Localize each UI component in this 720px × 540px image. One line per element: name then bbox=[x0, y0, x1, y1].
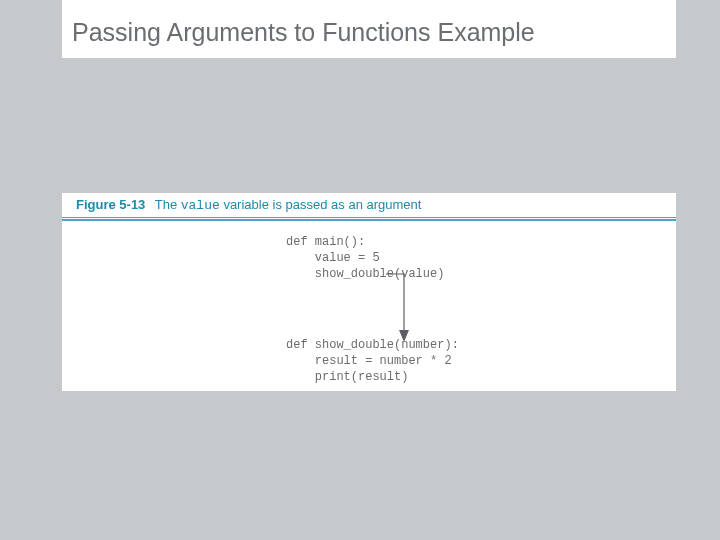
code-main: def main(): value = 5 show_double(value) bbox=[286, 234, 444, 283]
figure-caption-prefix: The bbox=[155, 197, 181, 212]
slide-title: Passing Arguments to Functions Example bbox=[72, 18, 535, 47]
code-show-double: def show_double(number): result = number… bbox=[286, 337, 459, 386]
figure-caption-suffix: variable is passed as an argument bbox=[220, 197, 422, 212]
figure-box: Figure 5-13 The value variable is passed… bbox=[62, 193, 676, 391]
title-bar: Passing Arguments to Functions Example bbox=[62, 0, 676, 58]
figure-label: Figure 5-13 bbox=[76, 197, 145, 212]
figure-caption: Figure 5-13 The value variable is passed… bbox=[76, 197, 421, 213]
figure-rule bbox=[62, 217, 676, 218]
figure-rule-thick bbox=[62, 219, 676, 221]
arrow-icon bbox=[382, 272, 410, 344]
figure-caption-code: value bbox=[181, 198, 220, 213]
slide: Passing Arguments to Functions Example F… bbox=[0, 0, 720, 540]
